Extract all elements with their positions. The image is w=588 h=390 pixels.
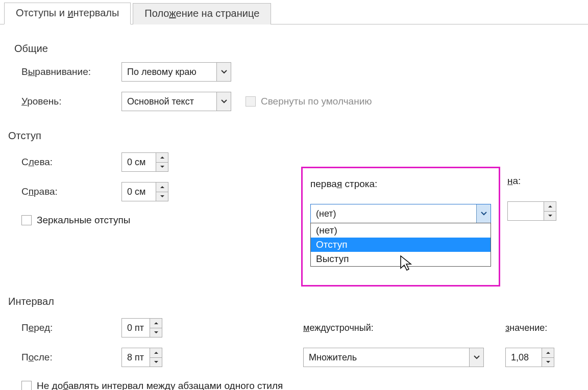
text: В — [21, 66, 28, 77]
first-line-highlight-box: первая строка: (нет) (нет) Отступ Выступ — [301, 167, 500, 287]
row-noaddspace: Не добавлять интервал между абзацами одн… — [14, 377, 574, 390]
no-add-space-checkbox[interactable]: Не добавлять интервал между абзацами одн… — [21, 380, 283, 390]
text: еждустрочный: — [309, 323, 373, 333]
checkbox-box — [21, 215, 32, 225]
chevron-down-icon[interactable] — [216, 92, 231, 111]
alignment-value: По левому краю — [122, 67, 216, 77]
line-value-value[interactable]: 1,08 — [506, 348, 542, 367]
spinner-up-icon[interactable] — [150, 348, 162, 358]
first-line-option-none[interactable]: (нет) — [311, 223, 491, 238]
text: ред: — [34, 322, 53, 333]
first-line-dropdown-list[interactable]: (нет) Отступ Выступ — [310, 223, 491, 267]
tab-accesskey: и — [67, 7, 73, 18]
spacing-before-label: Перед: — [14, 322, 121, 333]
spinner-up-icon[interactable] — [156, 153, 168, 163]
spinner-down-icon[interactable] — [150, 358, 162, 367]
spinner-up-icon[interactable] — [542, 348, 554, 358]
spinner-up-icon[interactable] — [150, 319, 162, 328]
first-line-by-block: на: — [507, 175, 556, 223]
row-spacing-after: После: 8 пт Множитель 1,08 — [14, 347, 574, 368]
text: сле: — [34, 352, 52, 362]
section-spacing: Интервал Перед: 0 пт междустрочный: знач… — [14, 293, 574, 390]
chevron-down-icon[interactable] — [216, 63, 231, 81]
alignment-label: Выравнивание: — [14, 66, 121, 77]
spinner-buttons — [542, 348, 554, 367]
first-line-by-spinner[interactable] — [507, 201, 556, 221]
text: ева: — [34, 157, 53, 167]
row-spacing-before: Перед: 0 пт междустрочный: значение: — [14, 318, 574, 338]
mirror-indents-checkbox[interactable]: Зеркальные отступы — [21, 215, 130, 226]
row-level: Уровень: Основной текст Свернуты по умол… — [14, 91, 574, 112]
accesskey: я — [337, 178, 342, 189]
spinner-up-icon[interactable] — [156, 183, 168, 192]
spinner-down-icon[interactable] — [156, 192, 168, 201]
text: строка: — [342, 178, 377, 189]
chevron-down-icon[interactable] — [469, 348, 483, 367]
spacing-after-value[interactable]: 8 пт — [122, 348, 150, 367]
spinner-up-icon[interactable] — [544, 202, 556, 212]
accesskey: л — [29, 157, 34, 167]
tab-page-position[interactable]: Положение на странице — [133, 3, 271, 24]
accesskey: н — [507, 175, 513, 186]
line-spacing-value: Множитель — [304, 352, 469, 363]
indent-left-label: Слева: — [14, 157, 121, 168]
first-line-by-label: на: — [507, 175, 556, 187]
text: П — [21, 322, 29, 333]
indent-right-label: Справа: — [14, 186, 121, 197]
line-value-label: значение: — [505, 323, 547, 333]
checkbox-label: Не добавлять интервал между абзацами одн… — [37, 380, 283, 390]
text: Не до — [37, 380, 63, 390]
tab-label: Отступы и — [16, 7, 67, 18]
line-value-spinner[interactable]: 1,08 — [505, 348, 554, 367]
indent-left-spinner[interactable]: 0 см — [121, 152, 168, 172]
first-line-combo[interactable]: (нет) — [310, 204, 491, 223]
first-line-option-hanging[interactable]: Выступ — [311, 252, 491, 266]
section-indent-title: Отступ — [8, 127, 574, 142]
spinner-down-icon[interactable] — [542, 358, 554, 367]
accesskey: ы — [28, 66, 35, 77]
section-general-title: Общие — [14, 40, 574, 55]
spacing-after-label: После: — [14, 352, 121, 363]
accesskey: о — [29, 352, 34, 362]
chevron-down-icon[interactable] — [476, 204, 491, 223]
section-spacing-title: Интервал — [8, 293, 574, 307]
spinner-buttons — [156, 153, 168, 171]
checkbox-box — [246, 96, 256, 107]
text: авлять интервал между абзацами одного ст… — [68, 380, 283, 390]
spacing-after-spinner[interactable]: 8 пт — [121, 348, 162, 367]
alignment-combo[interactable]: По левому краю — [121, 62, 231, 82]
text: ровень: — [27, 96, 61, 107]
spacing-before-value[interactable]: 0 пт — [122, 319, 150, 337]
text: перва — [310, 178, 337, 189]
spinner-down-icon[interactable] — [544, 212, 556, 221]
indent-left-value[interactable]: 0 см — [122, 153, 156, 171]
tab-label: Поло — [144, 8, 169, 19]
accesskey: м — [303, 323, 309, 333]
first-line-by-value[interactable] — [508, 202, 544, 220]
checkbox-label: Свернуты по умолчанию — [261, 96, 372, 107]
text: начение: — [509, 323, 547, 333]
tab-label: ение на странице — [176, 8, 260, 19]
line-spacing-combo[interactable]: Множитель — [303, 348, 484, 367]
spinner-down-icon[interactable] — [150, 328, 162, 337]
text: рава: — [34, 186, 58, 197]
tab-accesskey: ж — [169, 8, 176, 19]
indent-right-value[interactable]: 0 см — [122, 183, 156, 201]
spinner-down-icon[interactable] — [156, 163, 168, 172]
tab-label: нтервалы — [74, 7, 119, 18]
collapsed-by-default-checkbox: Свернуты по умолчанию — [246, 96, 372, 107]
checkbox-label: Зеркальные отступы — [37, 215, 130, 226]
first-line-option-indent[interactable]: Отступ — [311, 238, 491, 252]
accesskey: п — [29, 186, 34, 197]
spacing-before-spinner[interactable]: 0 пт — [121, 318, 162, 337]
accesskey: б — [63, 380, 68, 390]
spinner-buttons — [544, 202, 556, 220]
indent-right-spinner[interactable]: 0 см — [121, 182, 168, 201]
level-combo[interactable]: Основной текст — [121, 92, 231, 111]
tab-indents-spacing[interactable]: Отступы и интервалы — [4, 3, 131, 24]
spinner-buttons — [150, 348, 162, 367]
tab-strip: Отступы и интервалы Положение на страниц… — [0, 0, 588, 24]
line-spacing-label: междустрочный: — [303, 323, 374, 333]
checkbox-box — [21, 381, 32, 390]
text: С — [21, 157, 29, 167]
